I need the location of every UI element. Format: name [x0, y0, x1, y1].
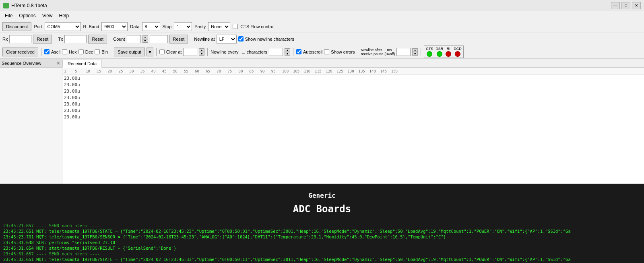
ascii-label: Ascii	[51, 50, 60, 54]
close-button[interactable]: ✕	[632, 2, 641, 9]
receive-pause-input[interactable]: 0	[396, 48, 411, 56]
bin-label: Bin	[101, 50, 108, 54]
reset-rx-button[interactable]: Reset	[33, 35, 52, 43]
log-line: 23:45:31.657 ---- SEND nach hterm ----	[0, 251, 644, 257]
separator3	[191, 35, 191, 43]
clear-at-spinner[interactable]: ▲ ▼	[199, 48, 204, 56]
newline-every-up[interactable]: ▲	[285, 48, 290, 52]
newline-label: Newline at	[194, 37, 215, 41]
titlebar-controls: — □ ✕	[611, 2, 641, 9]
count-up[interactable]: ▲	[142, 35, 148, 39]
sep8	[293, 48, 293, 56]
log-line: 23:45:23.651 MQT: tele/tasmota_197FB6/ST…	[0, 228, 644, 234]
sequence-overview-close[interactable]: ✕	[56, 60, 60, 66]
minimize-button[interactable]: —	[611, 2, 620, 9]
receive-pause-label: receive pause (0=off)	[361, 52, 395, 56]
bottom-panel: Generic ADC Boards 23:45:21.657 ---- SEN…	[0, 184, 644, 263]
sep4	[41, 48, 41, 56]
data-line: 23.00µ	[64, 95, 642, 101]
stop-label: Stop	[163, 24, 172, 29]
show-errors-checkbox[interactable]	[324, 49, 329, 54]
line-text: 23.00µ	[64, 95, 80, 100]
disconnect-button[interactable]: Disconnect	[2, 22, 31, 31]
port-select[interactable]: COM5	[45, 22, 81, 31]
receive-pause-down[interactable]: ▼	[412, 52, 418, 56]
clear-received-button[interactable]: Clear received	[2, 48, 38, 56]
maximize-button[interactable]: □	[621, 2, 630, 9]
cts-flow-label: CTS Flow control	[240, 24, 274, 29]
reset-tx-button[interactable]: Reset	[88, 35, 107, 43]
dec-checkbox[interactable]	[78, 49, 84, 54]
reset-count-button[interactable]: Reset	[169, 35, 188, 43]
log-line: 23:45:31.648 SCR: performs "serialsend 2…	[0, 240, 644, 245]
autoscroll-checkbox[interactable]	[296, 49, 301, 54]
clear-at-input[interactable]: 0	[183, 48, 197, 56]
sep5	[111, 48, 111, 56]
data-line: 23.00µ	[64, 76, 642, 82]
ri-led	[446, 51, 451, 57]
show-newline-label: Show newline characters	[245, 37, 294, 41]
counter-toolbar: Rx 15590 Reset Tx 0 Reset Count 0 ▲ ▼ 72…	[0, 33, 644, 45]
newline-every-label: Newline every	[211, 50, 238, 54]
data-content: 23.00µ23.00µ23.00µ23.00µ23.00µ23.00µ23.0…	[62, 75, 644, 184]
cts-led-group: CTS	[426, 47, 433, 57]
received-data-panel: Received Data 1 5 10 15 20 25 30 35 40 4…	[62, 59, 644, 184]
newline-every-down[interactable]: ▼	[285, 52, 290, 56]
sep6	[156, 48, 157, 56]
count-spinner[interactable]: ▲ ▼	[142, 35, 148, 43]
newline-every-input[interactable]: 0	[269, 48, 283, 56]
menu-view[interactable]: View	[39, 12, 56, 19]
log-line: 23:45:31.654 MQT: stat/tasmota_197FB6/RE…	[0, 245, 644, 251]
bin-checkbox[interactable]	[95, 49, 100, 54]
hex-checkbox[interactable]	[62, 49, 67, 54]
tab-received-data[interactable]: Received Data	[62, 60, 102, 68]
hex-label: Hex	[69, 50, 77, 54]
menu-help[interactable]: Help	[56, 12, 72, 19]
clear-at-checkbox[interactable]	[159, 49, 165, 54]
baud-select[interactable]: 9600	[101, 22, 128, 31]
data-select[interactable]: 8	[142, 22, 160, 31]
data-line: 23.00µ	[64, 89, 642, 95]
baud-label: Baud	[89, 24, 99, 29]
dcd-label: DCD	[454, 47, 462, 51]
content-wrapper: Sequence Overview ✕ Received Data 1 5 10…	[0, 59, 644, 263]
newline-chars-label: ... characters	[242, 50, 267, 54]
sequence-overview-title: Sequence Overview	[2, 61, 41, 66]
parity-label: Parity	[194, 24, 206, 29]
dec-label: Dec	[85, 50, 93, 54]
ruler-numbers: 1 5 10 15 20 25 30 35 40 45 50 55 60 65 …	[64, 69, 398, 73]
receive-pause-up[interactable]: ▲	[412, 48, 418, 52]
ascii-checkbox[interactable]	[44, 49, 50, 54]
menu-file[interactable]: File	[2, 12, 16, 19]
cts-flow-checkbox[interactable]	[233, 24, 238, 29]
sequence-overview-panel: Sequence Overview ✕	[0, 59, 62, 184]
show-newline-checkbox[interactable]	[238, 36, 244, 41]
dcd-led	[455, 51, 460, 57]
newline-every-spinner[interactable]: ▲ ▼	[285, 48, 290, 56]
log-line: 23:45:33.651 MQT: tele/tasmota_197FB6/ST…	[0, 257, 644, 262]
receive-pause-spinner[interactable]: ▲ ▼	[412, 48, 418, 56]
parity-select[interactable]: None	[208, 22, 230, 31]
r-label: R	[83, 24, 87, 29]
count-value[interactable]: 0	[127, 35, 141, 43]
menu-options[interactable]: Options	[16, 12, 39, 19]
newline-after-group: Newline after ... ms receive pause (0=of…	[361, 48, 395, 56]
data-line: 23.00µ	[64, 101, 642, 108]
app-title: HTerm 0.8.1beta	[11, 3, 47, 8]
save-output-button[interactable]: Save output	[114, 48, 145, 56]
dsr-label: DSR	[436, 47, 443, 51]
dsr-led-group: DSR	[436, 47, 443, 57]
newline-select[interactable]: LF	[217, 35, 237, 43]
autoscroll-label: Autoscroll	[303, 50, 322, 54]
cts-led	[427, 51, 432, 57]
save-output-dropdown[interactable]: ▼	[147, 48, 153, 56]
clear-at-down[interactable]: ▼	[199, 52, 204, 56]
count-down[interactable]: ▼	[142, 39, 148, 43]
clear-at-up[interactable]: ▲	[199, 48, 204, 52]
titlebar-left: HTerm 0.8.1beta	[3, 3, 47, 8]
stop-select[interactable]: 1	[174, 22, 192, 31]
count-label: Count	[113, 37, 125, 41]
tx-counter: 0	[64, 35, 87, 43]
ruler-content: 1 5 10 15 20 25 30 35 40 45 50 55 60 65 …	[62, 69, 398, 73]
sequence-overview-header: Sequence Overview ✕	[0, 59, 62, 68]
